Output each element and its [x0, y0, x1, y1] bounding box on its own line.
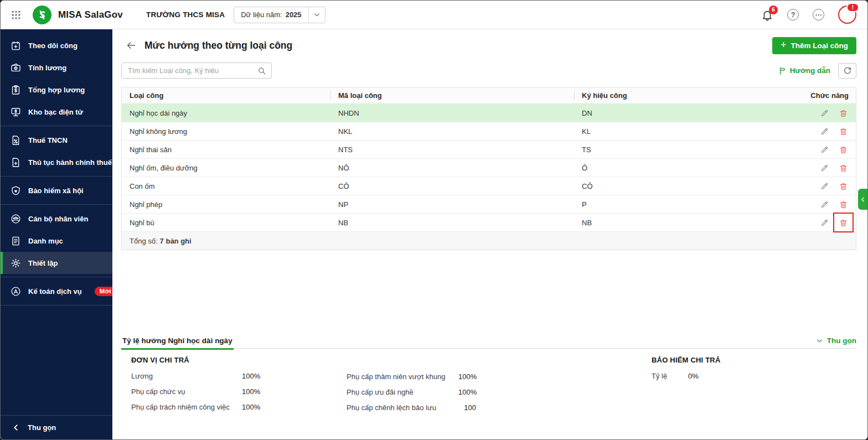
edit-icon[interactable]: [820, 182, 829, 190]
notifications-button[interactable]: 6: [761, 9, 773, 21]
sidebar-item-ke-toan-dich-vu[interactable]: Kế toán dịch vụ Mới: [1, 280, 112, 302]
edit-icon[interactable]: [820, 164, 829, 172]
edit-icon[interactable]: [820, 146, 829, 154]
cell-ma-loai-cong: NKL: [330, 127, 574, 136]
delete-icon[interactable]: [839, 200, 848, 209]
table-row[interactable]: Nghỉ ốm, điều dưỡng NÔ Ô: [122, 159, 856, 177]
table-row[interactable]: Nghỉ bù NB NB: [122, 214, 856, 232]
edit-icon[interactable]: [820, 127, 829, 136]
add-work-type-button[interactable]: + Thêm Loại công: [772, 37, 856, 54]
column-header-loai-cong[interactable]: Loại công: [122, 87, 330, 103]
delete-icon[interactable]: [839, 146, 848, 154]
item-value: 100%: [242, 372, 260, 380]
cell-loai-cong: Nghỉ thai sản: [122, 146, 330, 154]
file-plus-icon: [11, 157, 21, 168]
sidebar-item-thu-tuc-hanh-chinh-thue[interactable]: Thủ tục hành chính thuế: [1, 151, 112, 173]
more-options-button[interactable]: ⋯: [813, 9, 824, 20]
expand-panel-tab[interactable]: [858, 189, 867, 210]
sidebar-item-label: Thuế TNCN: [28, 136, 68, 144]
sidebar-item-label: Kho bạc điện tử: [28, 108, 83, 116]
sidebar-item-can-bo-nhan-vien[interactable]: Cán bộ nhân viên: [1, 208, 112, 230]
delete-icon[interactable]: [839, 164, 848, 172]
cell-ma-loai-cong: NB: [330, 219, 574, 227]
plus-icon: +: [781, 40, 787, 50]
cell-ma-loai-cong: NTS: [330, 146, 574, 154]
sidebar-item-kho-bac-dien-tu[interactable]: Kho bạc điện tử: [1, 101, 112, 123]
delete-icon[interactable]: [839, 109, 848, 117]
sidebar-collapse-button[interactable]: Thu gọn: [1, 415, 112, 439]
item-value: 100%: [242, 403, 260, 411]
cell-loai-cong: Con ốm: [122, 182, 330, 190]
detail-item: Phụ cấp trách nhiệm công việc 100%: [131, 403, 260, 411]
edit-icon[interactable]: [820, 219, 829, 227]
tab-ty-le-huong[interactable]: Tỷ lệ hưởng Nghỉ học dài ngày: [121, 333, 234, 349]
sidebar-item-bao-hiem-xa-hoi[interactable]: Bảo hiểm xã hội: [1, 179, 112, 201]
row-actions: [810, 164, 856, 172]
table-row[interactable]: Con ốm CÔ CÔ: [122, 177, 856, 195]
sidebar-item-thue-tncn[interactable]: Thuế TNCN: [1, 129, 112, 151]
delete-icon[interactable]: [839, 182, 848, 190]
search-icon[interactable]: [257, 66, 266, 75]
clipboard-dollar-icon: [11, 85, 21, 95]
sidebar-item-label: Thủ tục hành chính thuế: [28, 158, 112, 167]
row-actions: [810, 109, 856, 117]
table-row[interactable]: Nghỉ phép NP P: [122, 195, 856, 214]
item-value: 100%: [458, 373, 476, 380]
delete-icon-highlighted[interactable]: [839, 219, 848, 227]
table-footer: Tổng số: 7 bản ghi: [122, 232, 856, 250]
detail-item: Phụ cấp chức vụ 100%: [131, 388, 260, 395]
refresh-icon: [843, 66, 852, 75]
add-button-label: Thêm Loại công: [790, 42, 848, 50]
cell-ky-hieu-cong: DN: [574, 109, 810, 117]
detail-tabs: Tỷ lệ hưởng Nghỉ học dài ngày Thu gọn: [121, 333, 856, 349]
sidebar-item-theo-doi-cong[interactable]: Theo dõi công: [1, 34, 112, 56]
edit-icon[interactable]: [820, 109, 829, 117]
year-selector[interactable]: Dữ liệu năm: 2025: [234, 7, 325, 23]
cell-loai-cong: Nghỉ phép: [122, 200, 330, 209]
detail-item: Phụ cấp thâm niên vượt khung 100%: [347, 373, 476, 380]
year-selector-value: 2025: [286, 11, 308, 19]
column-header-ky-hieu-cong[interactable]: Ký hiệu công: [574, 87, 810, 103]
app-window: MISA SalaGov TRƯỜNG THCS MISA Dữ liệu nă…: [0, 0, 868, 440]
item-label: Phụ cấp chức vụ: [131, 388, 242, 395]
delete-icon[interactable]: [839, 127, 848, 136]
table-row[interactable]: Nghỉ không lương NKL KL: [122, 122, 856, 141]
unit-pay-column-2: Phụ cấp thâm niên vượt khung 100% Phụ cấ…: [347, 373, 476, 411]
avatar[interactable]: !: [838, 6, 856, 24]
monitor-dollar-icon: [11, 107, 21, 117]
cell-ky-hieu-cong: Ô: [574, 164, 810, 172]
refresh-button[interactable]: [838, 63, 856, 79]
back-button[interactable]: [126, 40, 137, 51]
cell-loai-cong: Nghỉ học dài ngày: [122, 109, 330, 117]
sidebar-divider: [1, 176, 112, 177]
search-input[interactable]: [122, 63, 257, 78]
sidebar-item-tong-hop-luong[interactable]: Tổng hợp lương: [1, 79, 112, 101]
guide-link[interactable]: Hướng dẫn: [778, 66, 830, 75]
sidebar-item-thiet-lap[interactable]: Thiết lập: [1, 252, 112, 274]
list-doc-icon: [11, 236, 21, 246]
page-title: Mức hưởng theo từng loại công: [144, 40, 292, 51]
org-name: TRƯỜNG THCS MISA: [146, 11, 225, 19]
help-button[interactable]: ?: [787, 9, 799, 20]
detail-collapse-button[interactable]: Thu gọn: [816, 333, 856, 349]
sidebar-item-label: Danh mục: [28, 237, 63, 245]
guide-link-label: Hướng dẫn: [790, 66, 830, 75]
chevron-down-icon[interactable]: [308, 7, 325, 23]
item-value: 0%: [688, 372, 699, 380]
chevron-left-icon: [12, 423, 20, 432]
edit-icon[interactable]: [820, 200, 829, 209]
row-actions: [810, 200, 856, 209]
sidebar-item-tinh-luong[interactable]: Tính lương: [1, 56, 112, 79]
insurance-pay-column: BẢO HIỂM CHI TRẢ Tỷ lệ 0%: [652, 356, 721, 380]
table-row[interactable]: Nghỉ thai sản NTS TS: [122, 141, 856, 159]
calendar-plus-icon: [11, 40, 21, 51]
page-header: Mức hưởng theo từng loại công + Thêm Loạ…: [126, 37, 856, 54]
main-content: Mức hưởng theo từng loại công + Thêm Loạ…: [112, 29, 867, 439]
sidebar-item-label: Bảo hiểm xã hội: [28, 187, 84, 195]
cell-ma-loai-cong: NHDN: [330, 109, 574, 117]
sidebar-item-danh-muc[interactable]: Danh mục: [1, 230, 112, 252]
sidebar-collapse-label: Thu gọn: [28, 423, 56, 432]
apps-grid-icon[interactable]: [11, 9, 22, 20]
column-header-ma-loai-cong[interactable]: Mã loại công: [330, 87, 574, 103]
table-row[interactable]: Nghỉ học dài ngày NHDN DN: [122, 104, 856, 122]
